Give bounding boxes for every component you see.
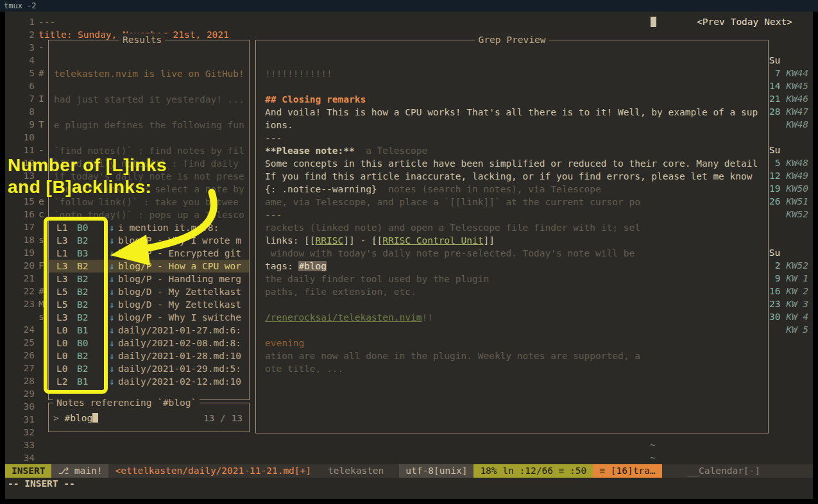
markdown-file-icon: ⇓ [109,324,115,337]
mode-indicator: INSERT [5,464,51,478]
preview-line: ame, via Telescope, and place a `[[link]… [265,196,640,208]
buffer-bleedthrough-text: had just started it yesterday! ... [54,93,244,106]
markdown-file-icon: ⇓ [109,298,115,311]
filename-segment: <ettelkasten/daily/2021-11-21.md[+] [108,464,318,478]
calendar-week-number [780,248,786,258]
calendar-week-number: KW50 [780,183,808,194]
calendar-week-number: KW45 [780,81,808,91]
markdown-file-icon: ⇓ [109,285,115,298]
calendar-week-number [780,235,786,245]
calendar-week-number: KW49 [780,171,808,181]
preview-line: the daily finder tool used by the plugin [265,273,489,285]
results-title: Results [119,33,165,46]
cursor-position-segment: 18% ln :12/66 ≡ :50 [473,464,593,478]
text-cursor [92,413,98,423]
preview-line: rackets (linked note) and open a Telesco… [265,221,640,234]
markdown-file-icon: ⇓ [109,311,115,324]
preview-line: ote title, ... [265,362,343,375]
result-entry-label: blog/P - Why I wrote m [118,234,241,247]
markdown-file-icon: ⇓ [109,375,115,388]
git-branch-segment: ⎇ main! [51,464,108,478]
markdown-file-icon: ⇓ [109,349,115,362]
calendar-week-number: KW52 [780,260,808,271]
result-entry-label: blog/P - Why I switche [118,311,241,324]
prompt-window: Notes referencing `#blog` > #blog 13 / 1… [48,403,250,432]
preview-line: /renerocksai/telekasten.nvim!! [265,311,433,324]
buffer-bleedthrough-text: e plugin defines the following fun [54,119,244,131]
markdown-file-icon: ⇓ [109,273,115,285]
buffer-bleedthrough-text: `follow link()` : take you betwee [54,196,239,208]
grep-preview-window: Grep Preview !!!!!!!!!!!!## Closing rema… [255,40,769,433]
markdown-file-icon: ⇓ [109,234,115,247]
calendar-week-number: KW51 [780,196,808,206]
calendar-week-number: KW52 [780,209,808,219]
calendar-week-number: KW 4 [780,312,808,322]
preview-line: evening [265,337,304,349]
result-entry-label: blog/D - My Zettelkast [118,285,241,298]
preview-line: ation are now all done in the plugin. We… [265,349,640,362]
result-entry-label: daily/2021-01-28.md:10 [118,349,241,362]
preview-line: {: .notice--warning} notes (search in no… [265,183,601,196]
annotation-text-line1: Number of [L]inks [8,155,167,176]
calendar-week-number: KW44 [780,68,808,78]
prompt-prefix-icon: > [53,413,64,423]
preview-line: window with today's daily note pre-selec… [265,247,635,260]
preview-line: --- [265,208,282,221]
calendar-week-number: KW48 [780,158,808,168]
calendar-week-number [780,145,786,155]
filetype-indicator: telekasten [318,464,390,478]
calendar-statusline: __Calendar[-] [662,464,813,478]
calendar-week-number: KW48 [780,119,808,130]
preview-line: ## Closing remarks [265,93,366,106]
result-entry-label: blog/P - How a CPU wor [118,260,241,273]
markdown-file-icon: ⇓ [109,247,115,260]
preview-line: And voila! This is how a CPU works! That… [265,106,758,119]
markdown-file-icon: ⇓ [109,362,115,375]
preview-line: ions. [265,119,293,131]
calendar-week-number: KW 5 [780,324,808,335]
buffer-bleedthrough-text: telekasten.nvim is live on GitHub! [54,67,244,80]
calendar-week-number: KW47 [780,106,808,117]
result-entry-label: i mention it.md:8: [118,221,219,234]
result-entry-label: daily/2021-02-08.md:8: [118,337,241,349]
statusline: INSERT ⎇ main! <ettelkasten/daily/2021-1… [5,464,813,478]
mode-message: -- INSERT -- [8,478,75,489]
preview-line: **Please note:** a Telescope [265,144,427,157]
markdown-file-icon: ⇓ [109,260,115,273]
grep-preview-title: Grep Preview [475,33,549,46]
calendar-week-number [780,55,786,65]
preview-line: --- [265,131,282,144]
empty-line-tilde: ~ [650,451,656,464]
result-entry-label: blog/P - Encrypted git [118,247,241,260]
prompt-query-text: #blog [64,413,92,423]
markdown-file-icon: ⇓ [109,221,115,234]
preview-line: tags: #blog [265,260,327,273]
result-entry-label: blog/P - Handling merg [118,273,241,285]
annotation-text-line2: and [B]acklinks: [8,177,151,197]
calendar-cursor-block [651,17,656,27]
preview-line: links: [[RRISC]] - [[RRISC Control Unit]… [265,234,495,247]
prompt-title: Notes referencing `#blog` [53,396,200,409]
result-entry-label: blog/D - My Zettelkast [118,298,241,311]
calendar-week-number: KW 2 [780,286,808,296]
tab-indicator: ≡ [16]tra… [593,464,661,478]
result-entry-label: daily/2021-02-12.md:10 [118,375,241,388]
telescope-prompt-input[interactable]: > #blog [53,412,98,424]
result-entry-label: daily/2021-01-29.md:5: [118,362,241,375]
preview-line: Some concepts in this article have been … [265,157,758,170]
encoding-indicator: utf-8[unix] [399,464,473,478]
calendar-week-number: KW 3 [780,299,808,309]
result-counter: 13 / 13 [203,412,243,424]
preview-line: paths, file extension, etc. [265,285,416,298]
calendar-week-number: KW46 [780,94,808,104]
empty-line-tilde: ~ [650,439,656,451]
annotation-highlight-box [44,217,108,394]
markdown-file-icon: ⇓ [109,337,115,349]
preview-line: !!!!!!!!!!!! [265,67,332,80]
calendar-week-number: KW 1 [780,273,808,283]
preview-line: If you find this article inaccurate, lac… [265,170,753,183]
result-entry-label: daily/2021-01-27.md:6: [118,324,241,337]
